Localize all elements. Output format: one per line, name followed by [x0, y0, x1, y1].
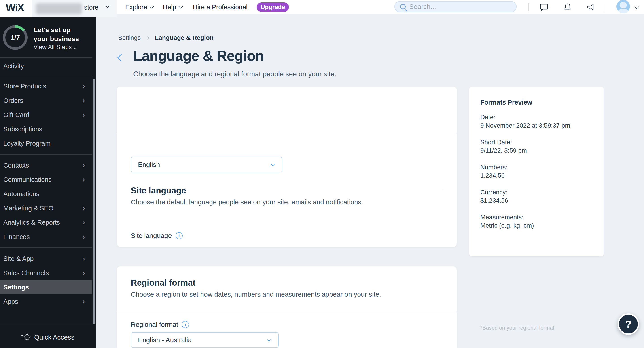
chevron-down-icon — [150, 4, 154, 8]
page-subtitle: Choose the language and regional format … — [133, 70, 336, 78]
regional-format-card: Regional format Choose a region to set h… — [117, 266, 456, 348]
sidebar-item-gift-card[interactable]: Gift Card› — [0, 108, 96, 122]
breadcrumb: Settings Language & Region — [118, 34, 214, 41]
back-button[interactable] — [118, 54, 125, 61]
search-input[interactable] — [409, 3, 516, 10]
help-button[interactable]: ? — [618, 313, 639, 335]
chevron-right-icon — [146, 36, 150, 39]
info-icon[interactable]: i — [182, 321, 189, 328]
wix-logo[interactable]: WiX — [6, 1, 24, 14]
sidebar-item-communications[interactable]: Communications› — [0, 173, 96, 187]
nav-explore[interactable]: Explore — [125, 0, 153, 14]
regional-format-select[interactable]: English - Australia — [131, 332, 278, 348]
chevron-down-icon — [270, 162, 275, 166]
sidebar-item-subscriptions[interactable]: Subscriptions — [0, 122, 96, 136]
header-divider — [528, 3, 529, 11]
formats-preview-heading: Formats Preview — [480, 99, 532, 106]
chevron-down-icon — [179, 4, 183, 8]
site-language-select[interactable]: English — [131, 157, 282, 173]
nav-hire-a-professional[interactable]: Hire a Professional — [193, 0, 248, 14]
card-description: Choose a region to set how dates, number… — [131, 291, 381, 298]
sidebar-scrollbar[interactable] — [92, 79, 96, 324]
sidebar-item-marketing-seo[interactable]: Marketing & SEO› — [0, 201, 96, 215]
card-divider — [131, 190, 443, 190]
sidebar-item-automations[interactable]: Automations — [0, 187, 96, 201]
redacted-store-name — [36, 3, 82, 14]
format-entry: Short Date:9/11/22, 3:59 pm — [480, 138, 595, 155]
card-divider — [117, 312, 456, 312]
quick-access-button[interactable]: Quick Access — [0, 330, 96, 345]
regional-format-label: Regional format i — [131, 321, 189, 328]
sidebar-item-loyalty-program[interactable]: Loyalty Program — [0, 136, 96, 151]
progress-count: 1/7 — [5, 28, 25, 47]
sidebar-divider — [0, 325, 96, 325]
quick-access-star-icon — [21, 333, 31, 342]
sidebar-item-site-app[interactable]: Site & App› — [0, 251, 96, 266]
search-bar[interactable] — [394, 1, 516, 12]
sidebar-divider — [0, 244, 96, 251]
breadcrumb-settings[interactable]: Settings — [118, 34, 141, 41]
chevron-right-icon — [74, 46, 77, 50]
sidebar: 1/7 Let's set up your business View All … — [0, 17, 96, 348]
site-language-label: Site language i — [131, 232, 183, 239]
sidebar-item-finances[interactable]: Finances› — [0, 230, 96, 244]
header-divider — [604, 3, 604, 11]
card-heading: Site language — [131, 186, 186, 195]
format-entry: Numbers:1,234.56 — [480, 163, 595, 179]
sidebar-item-contacts[interactable]: Contacts› — [0, 158, 96, 173]
upgrade-button[interactable]: Upgrade — [257, 2, 289, 12]
info-icon[interactable]: i — [176, 232, 183, 239]
site-language-card: Site language Choose the default languag… — [117, 87, 456, 247]
account-avatar[interactable] — [616, 0, 630, 13]
card-description: Choose the default language people see o… — [131, 198, 363, 206]
progress-ring: 1/7 — [3, 25, 28, 50]
chat-messages-icon[interactable] — [539, 2, 549, 12]
format-entry: Currency:$1,234.56 — [480, 188, 595, 205]
sidebar-item-apps[interactable]: Apps› — [0, 294, 96, 309]
chevron-down-icon — [105, 4, 109, 8]
sidebar-item-analytics-reports[interactable]: Analytics & Reports› — [0, 215, 96, 230]
sidebar-item-activity[interactable]: Activity — [0, 57, 96, 75]
formats-preview-card: Formats Preview Date:9 November 2022 at … — [469, 87, 604, 256]
setup-progress-widget[interactable]: 1/7 Let's set up your business View All … — [0, 17, 96, 57]
store-name-suffix: store — [84, 4, 98, 11]
sidebar-menu: Store Products›Orders›Gift Card›Subscrip… — [0, 79, 96, 309]
formats-preview-footnote: *Based on your regional format — [480, 325, 554, 331]
site-switcher[interactable]: store — [32, 0, 116, 17]
format-entry: Measurements:Metric (e.g. kg, cm) — [480, 213, 595, 230]
setup-title: Let's set up your business — [34, 25, 85, 43]
sidebar-item-orders[interactable]: Orders› — [0, 93, 96, 108]
card-divider — [117, 133, 456, 133]
view-all-steps-link[interactable]: View All Steps — [34, 44, 76, 51]
formats-preview-entries: Date:9 November 2022 at 3:59:37 pmShort … — [480, 113, 595, 238]
nav-help[interactable]: Help — [163, 0, 182, 14]
breadcrumb-current: Language & Region — [155, 34, 214, 41]
format-entry: Date:9 November 2022 at 3:59:37 pm — [480, 113, 595, 130]
chevron-down-icon — [267, 337, 271, 342]
card-heading: Regional format — [131, 278, 196, 288]
search-icon — [400, 4, 406, 9]
sidebar-item-settings[interactable]: Settings — [0, 280, 92, 294]
sidebar-item-sales-channels[interactable]: Sales Channels› — [0, 266, 96, 280]
header-gap — [0, 14, 32, 17]
page-title: Language & Region — [133, 48, 264, 64]
sidebar-item-store-products[interactable]: Store Products› — [0, 79, 96, 93]
sidebar-divider — [0, 151, 96, 158]
announcements-megaphone-icon[interactable] — [586, 2, 595, 12]
notifications-bell-icon[interactable] — [562, 2, 572, 12]
